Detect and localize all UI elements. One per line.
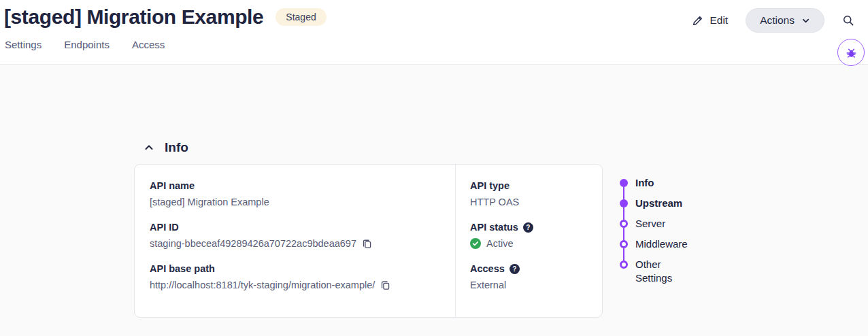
copy-icon <box>362 239 372 249</box>
api-name-label: API name <box>150 180 439 191</box>
api-status-value: Active <box>486 238 514 249</box>
sidenav-item-server[interactable]: Server <box>620 214 701 234</box>
timeline-dot-filled-icon <box>620 179 628 187</box>
timeline-dot-hollow-icon <box>620 261 628 269</box>
sidenav-label: Info <box>635 173 694 190</box>
timeline-dot-filled-icon <box>620 199 628 207</box>
api-status-label: API status <box>470 222 518 233</box>
info-section-heading: Info <box>144 140 188 155</box>
title-row: [staged] Migration Example Staged <box>4 5 327 29</box>
page-header: [staged] Migration Example Staged Edit A… <box>0 0 868 65</box>
copy-icon <box>380 280 390 290</box>
api-name-value: [staged] Migration Example <box>150 197 269 207</box>
access-value: External <box>470 280 506 290</box>
api-id-label: API ID <box>150 222 439 233</box>
api-detail-page: [staged] Migration Example Staged Edit A… <box>0 0 868 336</box>
sidenav-label: Server <box>635 214 694 231</box>
api-name-field: API name [staged] Migration Example <box>150 180 439 207</box>
collapse-info-chevron-up-icon[interactable] <box>144 142 154 153</box>
edit-button[interactable]: Edit <box>692 14 728 27</box>
info-card-right-column: API type HTTP OAS API status ? <box>456 165 602 317</box>
access-label: Access <box>470 263 505 274</box>
sidenav-item-info[interactable]: Info <box>620 173 701 193</box>
copy-api-id-button[interactable] <box>362 239 372 249</box>
api-id-field: API ID staging-bbeceaf49289426a70722ac9b… <box>150 222 439 249</box>
bug-icon <box>845 46 858 59</box>
search-button[interactable] <box>842 14 854 27</box>
tab-bar: Settings Endpoints Access <box>5 39 165 53</box>
chevron-down-icon <box>801 16 810 25</box>
tab-endpoints[interactable]: Endpoints <box>64 39 110 53</box>
info-card-left-column: API name [staged] Migration Example API … <box>135 165 456 317</box>
timeline-dot-hollow-icon <box>620 240 628 248</box>
search-icon <box>842 14 854 27</box>
api-base-path-label: API base path <box>150 263 439 274</box>
api-status-field: API status ? Active <box>470 222 588 249</box>
api-base-path-value: http://localhost:8181/tyk-staging/migrat… <box>150 280 375 290</box>
page-title: [staged] Migration Example <box>4 5 263 29</box>
access-field: Access ? External <box>470 263 588 290</box>
sidenav-item-other-settings[interactable]: Other Settings <box>620 254 701 285</box>
sidenav-item-upstream[interactable]: Upstream <box>620 193 701 214</box>
debug-report-button[interactable] <box>837 39 865 66</box>
status-badge: Staged <box>276 8 326 26</box>
tab-access[interactable]: Access <box>132 39 165 53</box>
info-card: API name [staged] Migration Example API … <box>134 164 603 318</box>
check-circle-icon <box>470 238 481 249</box>
sidenav-item-middleware[interactable]: Middleware <box>620 234 701 254</box>
header-actions: Edit Actions <box>692 8 854 33</box>
api-status-help-icon[interactable]: ? <box>523 222 533 233</box>
api-type-label: API type <box>470 180 588 191</box>
access-help-icon[interactable]: ? <box>510 264 520 274</box>
sidenav-label: Other Settings <box>635 254 694 285</box>
api-type-field: API type HTTP OAS <box>470 180 588 207</box>
api-base-path-field: API base path http://localhost:8181/tyk-… <box>150 263 439 290</box>
actions-label: Actions <box>760 14 795 27</box>
api-type-value: HTTP OAS <box>470 197 519 207</box>
sidenav-label: Middleware <box>635 234 694 251</box>
sidenav-label: Upstream <box>635 193 694 210</box>
timeline-dot-hollow-icon <box>620 220 628 228</box>
pencil-icon <box>692 15 703 27</box>
tab-settings[interactable]: Settings <box>5 39 41 53</box>
info-section-title: Info <box>165 140 188 155</box>
copy-base-path-button[interactable] <box>380 280 390 290</box>
main-content: Info API name [staged] Migration Example… <box>0 65 868 336</box>
actions-button[interactable]: Actions <box>746 8 824 33</box>
api-id-value: staging-bbeceaf49289426a70722ac9bdeaa697 <box>150 238 356 249</box>
edit-label: Edit <box>710 14 728 27</box>
section-side-nav: Info Upstream Server Middleware Other Se… <box>620 173 701 285</box>
